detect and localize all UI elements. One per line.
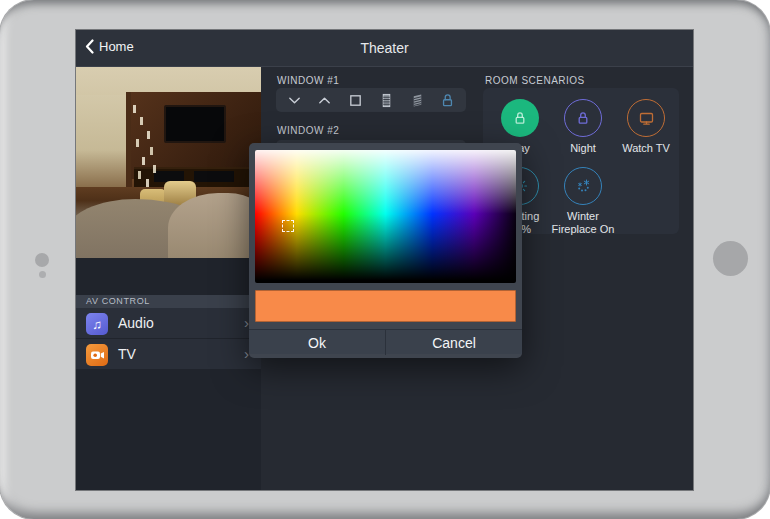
scenario-label: Watch TV (604, 142, 688, 155)
room-scenarios-header: ROOM SCENARIOS (485, 75, 585, 86)
music-note-icon: ♫ (86, 313, 108, 335)
video-camera-icon (86, 344, 108, 366)
color-picker-dialog: Ok Cancel (249, 143, 522, 358)
lock-closed-icon (512, 110, 528, 126)
page-title: Theater (76, 40, 693, 56)
av-row-label: Audio (118, 315, 154, 331)
tv-monitor-icon (638, 110, 655, 127)
lock-unlocked-icon[interactable] (439, 91, 457, 109)
title-bar: Home Theater (76, 30, 693, 67)
av-row-label: TV (118, 346, 136, 362)
window2-label: WINDOW #2 (277, 125, 339, 136)
tablet-home-button[interactable] (713, 241, 748, 276)
window1-controls (276, 88, 466, 112)
window1-label: WINDOW #1 (277, 75, 339, 86)
shade-open-icon[interactable] (347, 91, 365, 109)
snowflakes-icon (575, 178, 592, 195)
av-row-audio[interactable]: ♫ Audio › (76, 308, 261, 339)
cancel-button[interactable]: Cancel (386, 330, 522, 355)
blinds-closed-icon[interactable] (377, 91, 395, 109)
scenario-winter-button[interactable] (564, 167, 602, 205)
tablet-camera (35, 253, 49, 267)
ok-button[interactable]: Ok (249, 330, 385, 355)
left-panel: AV CONTROL ♫ Audio › TV › (76, 67, 261, 490)
shade-down-icon[interactable] (285, 91, 303, 109)
av-control-header: AV CONTROL (76, 295, 261, 308)
app-screen: Home Theater (76, 30, 693, 490)
color-picker-marker[interactable] (282, 220, 294, 232)
av-row-tv[interactable]: TV › (76, 339, 261, 370)
dialog-button-row: Ok Cancel (249, 329, 522, 354)
photo-pendant-lights (133, 105, 136, 113)
tablet-bezel: Home Theater (0, 0, 770, 519)
lock-closed-icon (575, 110, 591, 126)
photo-tv (164, 105, 226, 143)
color-gradient-area[interactable] (255, 150, 516, 283)
page: Home Theater (0, 0, 770, 519)
room-photo (76, 67, 261, 258)
blinds-tilted-icon[interactable] (408, 91, 426, 109)
scenario-label: WinterFireplace On (541, 210, 625, 236)
scenario-night-button[interactable] (564, 99, 602, 137)
tablet-sensor (39, 271, 46, 278)
shade-up-icon[interactable] (316, 91, 334, 109)
scenario-watch-tv-button[interactable] (627, 99, 665, 137)
scenario-day-button[interactable] (501, 99, 539, 137)
selected-color-swatch (255, 290, 516, 322)
